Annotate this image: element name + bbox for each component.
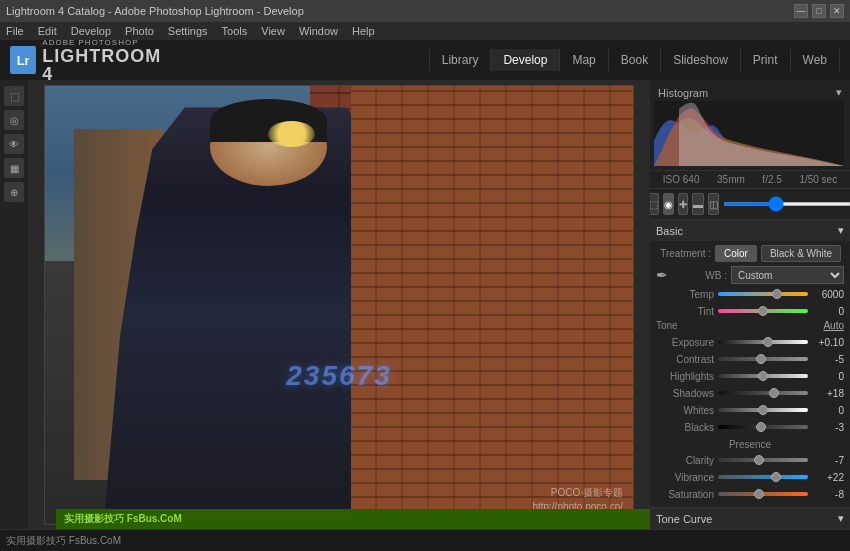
minimize-button[interactable]: —	[794, 4, 808, 18]
exposure-slider-row: Exposure +0.10	[656, 334, 844, 350]
tab-slideshow[interactable]: Slideshow	[661, 49, 741, 71]
vibrance-thumb[interactable]	[771, 472, 781, 482]
blacks-thumb[interactable]	[756, 422, 766, 432]
menu-develop[interactable]: Develop	[71, 25, 111, 37]
wb-row: ✒ WB : Custom As Shot Auto Daylight Clou…	[656, 266, 844, 284]
eyedropper-icon[interactable]: ✒	[656, 267, 668, 283]
exposure-value: +0.10	[812, 337, 844, 348]
histogram-chevron[interactable]: ▾	[836, 86, 842, 99]
basic-panel-content: Treatment : Color Black & White ✒ WB : C…	[650, 241, 850, 507]
maximize-button[interactable]: □	[812, 4, 826, 18]
shadows-slider-row: Shadows +18	[656, 385, 844, 401]
close-button[interactable]: ✕	[830, 4, 844, 18]
menu-settings[interactable]: Settings	[168, 25, 208, 37]
tool-slider[interactable]	[723, 202, 850, 206]
menu-photo[interactable]: Photo	[125, 25, 154, 37]
basic-panel-title[interactable]: Basic ▾	[650, 220, 850, 241]
status-strip: 实用摄影技巧 FsBus.CoM	[56, 509, 650, 529]
exposure-track[interactable]	[718, 340, 808, 344]
spot-removal-btn[interactable]: ◉	[663, 193, 674, 215]
tone-curve-panel: Tone Curve ▾	[650, 508, 850, 529]
saturation-track[interactable]	[718, 492, 808, 496]
nav-tabs: Library Develop Map Book Slideshow Print…	[180, 49, 850, 71]
highlights-thumb[interactable]	[758, 371, 768, 381]
tint-value: 0	[812, 306, 844, 317]
exposure-thumb[interactable]	[763, 337, 773, 347]
tab-library[interactable]: Library	[429, 49, 492, 71]
color-btn[interactable]: Color	[715, 245, 757, 262]
crop-tool[interactable]: ⬚	[4, 86, 24, 106]
histogram-label: Histogram	[658, 87, 708, 99]
tab-print[interactable]: Print	[741, 49, 791, 71]
exposure-label: Exposure	[656, 337, 714, 348]
statusbar: 实用摄影技巧 FsBus.CoM	[0, 529, 850, 551]
logo-main: LIGHTROOM 4	[42, 47, 170, 83]
tab-develop[interactable]: Develop	[491, 49, 560, 71]
redeye-btn[interactable]: ✚	[678, 193, 688, 215]
saturation-thumb[interactable]	[754, 489, 764, 499]
tab-book[interactable]: Book	[609, 49, 661, 71]
graduated-filter-btn[interactable]: ▬	[692, 193, 704, 215]
tint-track[interactable]	[718, 309, 808, 313]
shadows-thumb[interactable]	[769, 388, 779, 398]
menu-window[interactable]: Window	[299, 25, 338, 37]
tone-row: Tone Auto	[656, 320, 844, 331]
temp-thumb[interactable]	[772, 289, 782, 299]
contrast-track[interactable]	[718, 357, 808, 361]
adjustment-brush-btn[interactable]: ◫	[708, 193, 719, 215]
statusbar-left: 实用摄影技巧 FsBus.CoM	[6, 534, 121, 548]
tint-slider-row: Tint 0	[656, 303, 844, 319]
highlights-slider-row: Highlights 0	[656, 368, 844, 384]
shadows-track[interactable]	[718, 391, 808, 395]
temp-label: Temp	[656, 289, 714, 300]
menu-tools[interactable]: Tools	[222, 25, 248, 37]
lens-value: 35mm	[717, 174, 745, 185]
histogram-chart	[654, 101, 844, 166]
highlights-track[interactable]	[718, 374, 808, 378]
clarity-label: Clarity	[656, 455, 714, 466]
logo-text: ADOBE PHOTOSHOP LIGHTROOM 4	[42, 38, 170, 83]
tab-web[interactable]: Web	[791, 49, 840, 71]
vibrance-track[interactable]	[718, 475, 808, 479]
tone-label: Tone	[656, 320, 678, 331]
menu-view[interactable]: View	[261, 25, 285, 37]
graduated-filter-tool[interactable]: ▦	[4, 158, 24, 178]
lr-badge: Lr	[10, 46, 36, 74]
menu-file[interactable]: File	[6, 25, 24, 37]
basic-panel: Basic ▾ Treatment : Color Black & White …	[650, 220, 850, 508]
aperture-value: f/2.5	[762, 174, 781, 185]
redeye-tool[interactable]: 👁	[4, 134, 24, 154]
menu-edit[interactable]: Edit	[38, 25, 57, 37]
histogram-canvas	[654, 101, 844, 166]
adjustment-brush-tool[interactable]: ⊕	[4, 182, 24, 202]
titlebar: Lightroom 4 Catalog - Adobe Photoshop Li…	[0, 0, 850, 22]
tone-curve-title[interactable]: Tone Curve ▾	[650, 508, 850, 529]
blacks-track[interactable]	[718, 425, 808, 429]
window-controls: — □ ✕	[794, 4, 844, 18]
spot-removal-tool[interactable]: ◎	[4, 110, 24, 130]
develop-tools-row: ⬚ ◉ ✚ ▬ ◫	[650, 189, 850, 220]
tab-map[interactable]: Map	[560, 49, 608, 71]
clarity-slider-row: Clarity -7	[656, 452, 844, 468]
tint-thumb[interactable]	[758, 306, 768, 316]
temp-slider-row: Temp 6000	[656, 286, 844, 302]
menu-help[interactable]: Help	[352, 25, 375, 37]
blacks-value: -3	[812, 422, 844, 433]
treatment-label: Treatment :	[656, 248, 711, 259]
whites-thumb[interactable]	[758, 405, 768, 415]
wb-select[interactable]: Custom As Shot Auto Daylight Cloudy Shad…	[731, 266, 844, 284]
crop-overlay-btn[interactable]: ⬚	[650, 193, 659, 215]
wb-label: WB :	[672, 270, 727, 281]
window-title: Lightroom 4 Catalog - Adobe Photoshop Li…	[6, 5, 304, 17]
bw-btn[interactable]: Black & White	[761, 245, 841, 262]
whites-track[interactable]	[718, 408, 808, 412]
clarity-thumb[interactable]	[754, 455, 764, 465]
photo-area: 235673 POCO·摄影专题 http://photo.poco.cn/ 实…	[28, 80, 650, 529]
temp-track[interactable]	[718, 292, 808, 296]
saturation-value: -8	[812, 489, 844, 500]
camera-info: ISO 640 35mm f/2.5 1/50 sec	[650, 171, 850, 189]
clarity-track[interactable]	[718, 458, 808, 462]
contrast-thumb[interactable]	[756, 354, 766, 364]
tone-curve-chevron: ▾	[838, 512, 844, 525]
tone-auto-btn[interactable]: Auto	[823, 320, 844, 331]
